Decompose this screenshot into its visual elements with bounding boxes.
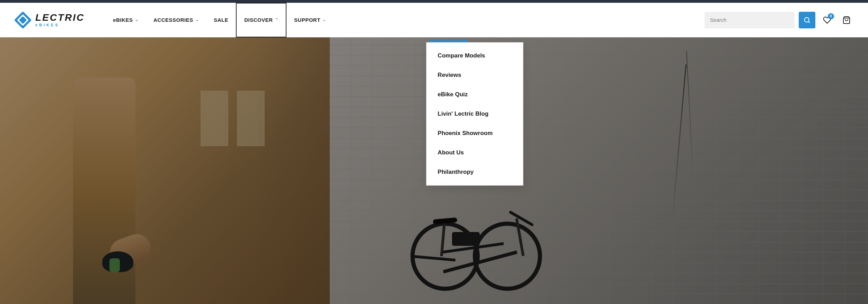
logo-diamond-icon (14, 11, 32, 29)
nav-item-accessories[interactable]: ACCESSORIES ⌄ (146, 3, 206, 37)
dropdown-item-philanthropy[interactable]: Philanthropy (427, 162, 523, 182)
wishlist-button[interactable]: 0 (820, 12, 835, 28)
logo-link[interactable]: LECTRIC eBIKES (14, 11, 85, 29)
header-actions: 0 (705, 12, 854, 28)
dropdown-item-ebike-quiz[interactable]: eBike Quiz (427, 85, 523, 104)
chevron-down-icon: ⌄ (135, 18, 139, 22)
wishlist-badge: 0 (828, 13, 834, 19)
header: LECTRIC eBIKES eBIKES ⌄ ACCESSORIES ⌄ SA… (0, 3, 868, 37)
nav-item-discover[interactable]: DISCOVER ⌃ (236, 3, 286, 37)
dropdown-item-reviews[interactable]: Reviews (427, 65, 523, 85)
svg-line-4 (808, 21, 810, 23)
logo-lectric-text: LECTRIC (35, 13, 85, 23)
main-nav: eBIKES ⌄ ACCESSORIES ⌄ SALE DISCOVER ⌃ S… (105, 3, 705, 37)
dropdown-item-about-us[interactable]: About Us (427, 143, 523, 162)
dropdown-item-blog[interactable]: Livin' Lectric Blog (427, 104, 523, 124)
chevron-up-icon: ⌃ (275, 18, 278, 22)
nav-item-sale[interactable]: SALE (206, 3, 236, 37)
cart-icon (842, 16, 851, 24)
search-container (705, 12, 795, 28)
chevron-down-icon: ⌄ (195, 18, 199, 22)
logo-ebikes-text: eBIKES (35, 23, 85, 27)
search-input[interactable] (710, 17, 789, 23)
discover-dropdown-wrapper: Compare Models Reviews eBike Quiz Livin'… (426, 40, 523, 186)
dropdown-item-compare-models[interactable]: Compare Models (427, 46, 523, 65)
dropdown-item-phoenix-showroom[interactable]: Phoenix Showroom (427, 124, 523, 143)
search-icon (804, 17, 811, 24)
chevron-down-icon: ⌄ (322, 18, 326, 22)
nav-item-support[interactable]: SUPPORT ⌄ (286, 3, 334, 37)
nav-item-ebikes[interactable]: eBIKES ⌄ (105, 3, 146, 37)
search-button[interactable] (799, 12, 815, 28)
cart-button[interactable] (839, 12, 854, 28)
discover-dropdown-menu: Compare Models Reviews eBike Quiz Livin'… (426, 42, 523, 186)
